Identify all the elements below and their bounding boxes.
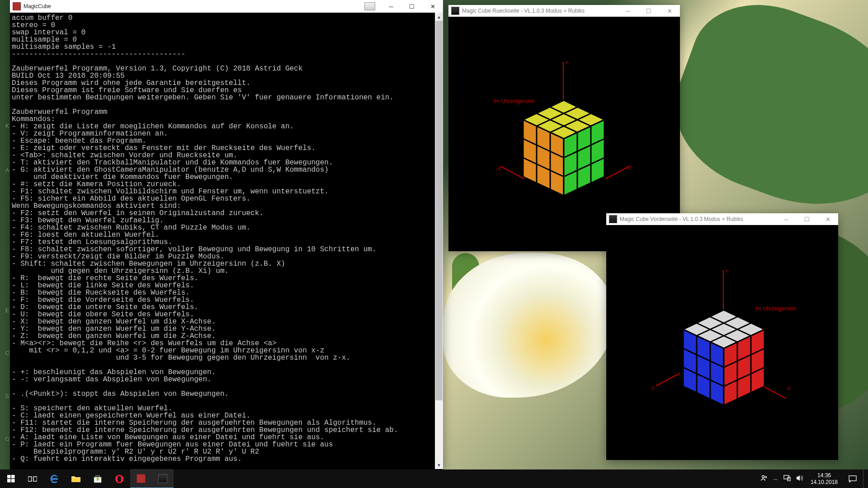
- svg-rect-35: [33, 477, 37, 481]
- windows-icon: [7, 475, 15, 483]
- wallpaper-flower: [443, 253, 615, 398]
- svg-rect-33: [11, 479, 15, 483]
- app-icon: [13, 2, 21, 10]
- app-icon: [158, 474, 167, 483]
- folder-icon: [71, 475, 81, 483]
- store-button[interactable]: [87, 469, 108, 488]
- notification-icon: [849, 475, 857, 483]
- minimize-button[interactable]: ─: [776, 213, 797, 225]
- scrollbar-thumb[interactable]: [435, 21, 443, 400]
- file-explorer-button[interactable]: [65, 469, 87, 488]
- action-center-button[interactable]: [842, 469, 863, 488]
- show-desktop-button[interactable]: [863, 469, 866, 488]
- svg-point-42: [118, 475, 121, 482]
- svg-rect-39: [97, 479, 98, 481]
- svg-rect-48: [849, 476, 856, 481]
- opera-icon: [114, 474, 124, 484]
- console-titlebar[interactable]: MagicCube ─ ☐ ✕: [10, 0, 443, 13]
- wallpaper-leaf: [654, 0, 868, 234]
- scrollbar-down-arrow[interactable]: ▼: [435, 461, 443, 469]
- volume-icon[interactable]: [793, 475, 806, 483]
- app-icon: [137, 474, 146, 483]
- cube-svg: [606, 225, 838, 460]
- svg-marker-47: [797, 475, 800, 481]
- opera-button[interactable]: [108, 469, 130, 488]
- edge-button[interactable]: [43, 469, 65, 488]
- scrollbar-up-arrow[interactable]: ▲: [435, 13, 443, 21]
- maximize-button[interactable]: ☐: [401, 0, 422, 13]
- console-scrollbar[interactable]: ▲ ▼: [435, 13, 443, 469]
- minimize-button[interactable]: ─: [381, 0, 401, 13]
- window-title: Magic Cube Vorderseite - VL 1.0.3 Modus …: [620, 216, 743, 222]
- clock-time: 14:36: [811, 472, 838, 479]
- app-icon: [451, 7, 459, 15]
- svg-point-43: [762, 476, 764, 478]
- maximize-button[interactable]: ☐: [638, 5, 659, 17]
- desktop-icon-label: O: [5, 350, 9, 357]
- svg-rect-30: [7, 475, 11, 479]
- svg-rect-37: [97, 478, 98, 479]
- taskbar-clock[interactable]: 14:36 14.10.2018: [806, 472, 842, 486]
- network-icon[interactable]: [781, 475, 793, 483]
- window-title: MagicCube: [24, 3, 51, 9]
- store-icon: [93, 474, 102, 483]
- desktop-icon-label: K: [5, 123, 9, 129]
- frontside-window[interactable]: Magic Cube Vorderseite - VL 1.0.3 Modus …: [606, 213, 838, 460]
- close-button[interactable]: ✕: [422, 0, 443, 13]
- task-view-button[interactable]: [22, 469, 43, 488]
- task-view-icon: [28, 475, 37, 483]
- desktop-icon-label: S: [5, 393, 9, 399]
- desktop-icon-label: A: [5, 167, 9, 174]
- magiccube-gl-taskbar-button[interactable]: [152, 469, 174, 488]
- console-window[interactable]: MagicCube ─ ☐ ✕ accum buffer 0 stereo = …: [10, 0, 443, 469]
- tray-overflow-icon[interactable]: ︿: [770, 475, 781, 482]
- svg-point-44: [765, 476, 767, 478]
- edge-icon: [49, 474, 59, 484]
- start-button[interactable]: [0, 469, 22, 488]
- frontside-viewport[interactable]: Im Uhrzeigersinn Y X Z: [606, 225, 838, 460]
- window-title: Magic Cube Rueckseite - VL 1.0.3 Modus =…: [462, 8, 585, 14]
- close-button[interactable]: ✕: [817, 213, 838, 225]
- people-icon[interactable]: [758, 474, 770, 483]
- minimize-button[interactable]: ─: [618, 5, 638, 17]
- desktop-icon-label: E: [5, 307, 9, 314]
- desktop-icon-label: G: [5, 436, 9, 442]
- clock-date: 14.10.2018: [811, 479, 838, 486]
- backside-titlebar[interactable]: Magic Cube Rueckseite - VL 1.0.3 Modus =…: [448, 5, 680, 17]
- console-output[interactable]: accum buffer 0 stereo = 0 swap interval …: [10, 13, 443, 473]
- svg-rect-40: [98, 479, 99, 481]
- svg-rect-31: [11, 475, 15, 479]
- taskbar[interactable]: ︿ 14:36 14.10.2018: [0, 469, 868, 488]
- svg-rect-38: [98, 478, 99, 479]
- maximize-button[interactable]: ☐: [797, 213, 817, 225]
- titlebar-extra-icon[interactable]: [364, 2, 375, 10]
- svg-rect-32: [7, 479, 11, 483]
- app-icon: [609, 215, 617, 223]
- frontside-titlebar[interactable]: Magic Cube Vorderseite - VL 1.0.3 Modus …: [606, 213, 838, 225]
- system-tray[interactable]: ︿ 14:36 14.10.2018: [758, 469, 868, 488]
- svg-rect-34: [28, 477, 32, 481]
- close-button[interactable]: ✕: [659, 5, 680, 17]
- magiccube-console-taskbar-button[interactable]: [130, 469, 152, 488]
